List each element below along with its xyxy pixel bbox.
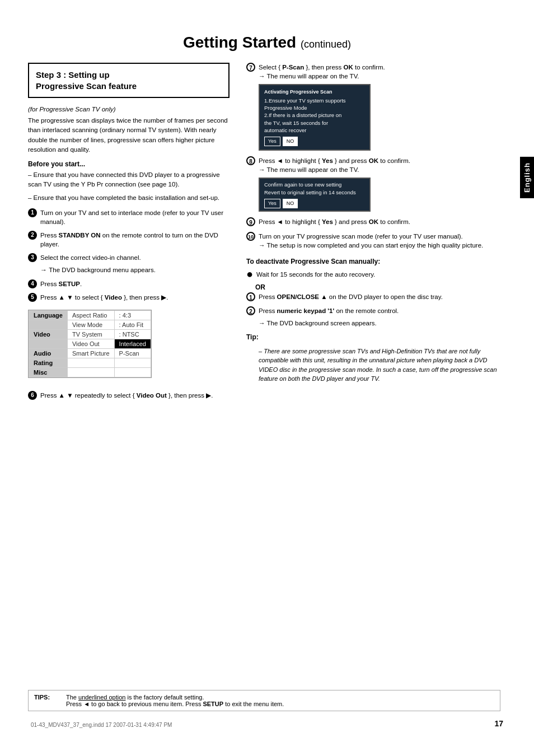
- step10-row: 10 Turn on your TV progressive scan mode…: [246, 232, 506, 241]
- english-tab: English: [520, 157, 534, 198]
- left-column: Step 3 : Setting up Progressive Scan fea…: [28, 63, 229, 404]
- menu-table: Language Aspect Ratio : 4:3 View Mode : …: [29, 310, 151, 377]
- step8-ok: OK: [369, 157, 378, 164]
- deact-num-1: 1: [246, 292, 255, 301]
- tv-screen-1: Activating Progressive Scan 1.Ensure you…: [259, 84, 371, 151]
- step7-sub: The menu will appear on the TV.: [259, 72, 506, 81]
- step-num-2: 2: [28, 231, 37, 240]
- step-text-5: Press ▲ ▼ to select { Video }, then pres…: [40, 293, 168, 302]
- menu-row-1: Language Aspect Ratio : 4:3: [29, 311, 151, 320]
- step-box: Step 3 : Setting up Progressive Scan fea…: [28, 63, 229, 98]
- deact2-row: 2 Press numeric keypad '1' on the remote…: [246, 306, 399, 315]
- step-text-3: Select the correct video-in channel.: [40, 253, 141, 262]
- tv1-yes-btn[interactable]: Yes: [264, 137, 280, 146]
- description-text: The progressive scan displays twice the …: [28, 116, 229, 155]
- deact1-text: Press OPEN/CLOSE ▲ on the DVD player to …: [259, 292, 443, 301]
- step-title-line1: Step 3 : Setting up: [36, 70, 110, 80]
- before-start-label: Before you start...: [28, 160, 229, 168]
- deact2-sub: The DVD background screen appears.: [259, 319, 377, 328]
- step5-mid: to select {: [75, 294, 105, 301]
- menu-cell-rating-empty: [67, 358, 114, 368]
- tip-label: Tip:: [246, 333, 506, 341]
- deactivate-list: ● Wait for 15 seconds for the auto recov…: [246, 270, 506, 279]
- bullet-dot-1: ●: [246, 270, 253, 278]
- step9-ok: OK: [369, 218, 378, 225]
- step10-text: Turn on your TV progressive scan mode (r…: [259, 232, 463, 241]
- step-item-6: 6 Press ▲ ▼ repeatedly to select { Video…: [28, 391, 229, 400]
- step7-row: 7 Select { P-Scan }, then press OK to co…: [246, 63, 506, 72]
- step-title-line2: Progressive Scan feature: [36, 81, 137, 91]
- tv2-line1: Confirm again to use new setting: [264, 181, 365, 189]
- tv1-buttons: Yes NO: [264, 137, 365, 146]
- menu-row-2: View Mode : Auto Fit: [29, 320, 151, 330]
- menu-cell-empty1: [29, 320, 68, 330]
- content-area: Step 3 : Setting up Progressive Scan fea…: [28, 63, 506, 404]
- menu-cell-video: Video: [29, 330, 68, 339]
- page-header: Getting Started (continued): [28, 34, 506, 52]
- step-num-10: 10: [246, 232, 255, 241]
- step2-bold: STANDBY ON: [59, 232, 101, 239]
- menu-cell-rating-val: [114, 358, 151, 368]
- menu-cell-tvsys-val: : NTSC: [114, 330, 151, 339]
- or-text: OR: [255, 283, 506, 291]
- deact2-numpad: numeric keypad '1': [277, 307, 335, 314]
- menu-cell-lang: Language: [29, 311, 68, 320]
- menu-cell-misc-val: [114, 368, 151, 377]
- step6-bold2: Video Out: [137, 392, 167, 399]
- tv2-buttons: Yes NO: [264, 199, 365, 209]
- menu-cell-view-label: View Mode: [67, 320, 114, 330]
- step6-post: }, then press ▶.: [168, 392, 213, 399]
- page-number: 17: [494, 719, 503, 728]
- deactivate-steps-list: 1 Press OPEN/CLOSE ▲ on the DVD player t…: [246, 292, 506, 327]
- step-title: Step 3 : Setting up Progressive Scan fea…: [36, 69, 222, 91]
- menu-row-6: Rating: [29, 358, 151, 368]
- tv1-line4: the TV, wait 15 seconds for: [264, 119, 365, 127]
- tip-section: Tip: – There are some progressive scan T…: [246, 333, 506, 384]
- deactivate-step-1: 1 Press OPEN/CLOSE ▲ on the DVD player t…: [246, 292, 506, 301]
- step-num-6: 6: [28, 391, 37, 400]
- menu-cell-view-val: : Auto Fit: [114, 320, 151, 330]
- tv2-no-btn[interactable]: NO: [283, 199, 298, 209]
- menu-cell-misc-empty: [67, 368, 114, 377]
- tips-content: The underlined option is the factory def…: [66, 694, 284, 707]
- for-note: (for Progressive Scan TV only): [28, 106, 229, 113]
- step7-text: Select { P-Scan }, then press OK to conf…: [259, 63, 385, 72]
- step-item-4: 4 Press SETUP.: [28, 279, 229, 288]
- footer-tips: TIPS: The underlined option is the facto…: [28, 690, 500, 711]
- menu-cell-empty2: [29, 339, 68, 349]
- tv2-yes-btn[interactable]: Yes: [264, 199, 280, 209]
- tips-line2: Press ◄ to go back to previous menu item…: [66, 701, 284, 707]
- deactivate-title: To deactivate Progressive Scan manually:: [246, 258, 506, 265]
- step-text-6: Press ▲ ▼ repeatedly to select { Video O…: [40, 391, 213, 400]
- deactivate-item-wait: ● Wait for 15 seconds for the auto recov…: [246, 270, 506, 279]
- step9-yes: Yes: [322, 218, 333, 225]
- underline-option: underlined option: [78, 694, 125, 701]
- step-num-3: 3: [28, 253, 37, 262]
- step5-bold2: Video: [105, 294, 122, 301]
- tv1-line5: automatic recover: [264, 127, 365, 134]
- step-num-9: 9: [246, 217, 255, 226]
- step6-mid: repeatedly to select {: [75, 392, 137, 399]
- tip-text: – There are some progressive scan TVs an…: [259, 347, 506, 384]
- menu-cell-aspect-val: : 4:3: [114, 311, 151, 320]
- menu-cell-interlaced: Interlaced: [114, 339, 151, 349]
- tips-line1: The underlined option is the factory def…: [66, 694, 204, 701]
- right-step-8: 8 Press ◄ to highlight { Yes } and press…: [246, 156, 506, 212]
- menu-cell-pscan: P-Scan: [114, 349, 151, 358]
- menu-row-3: Video TV System : NTSC: [29, 330, 151, 339]
- deactivate-step-2: 2 Press numeric keypad '1' on the remote…: [246, 306, 506, 328]
- step10-sub1: The setup is now completed and you can s…: [259, 241, 506, 250]
- tv-screen-2: Confirm again to use new setting Revert …: [259, 178, 371, 212]
- step8-text: Press ◄ to highlight { Yes } and press O…: [259, 156, 410, 165]
- step5-post: }, then press ▶.: [124, 294, 168, 301]
- menu-cell-misc: Misc: [29, 368, 68, 377]
- step9-text: Press ◄ to highlight { Yes } and press O…: [259, 217, 410, 226]
- menu-table-container: Language Aspect Ratio : 4:3 View Mode : …: [28, 306, 229, 385]
- right-column: 7 Select { P-Scan }, then press OK to co…: [246, 63, 506, 404]
- step7-ok: OK: [344, 64, 353, 71]
- tv1-no-btn[interactable]: NO: [283, 137, 298, 146]
- step8-row: 8 Press ◄ to highlight { Yes } and press…: [246, 156, 506, 165]
- deact2-text: Press numeric keypad '1' on the remote c…: [259, 306, 399, 315]
- step-num-1: 1: [28, 208, 37, 217]
- right-step-10: 10 Turn on your TV progressive scan mode…: [246, 232, 506, 250]
